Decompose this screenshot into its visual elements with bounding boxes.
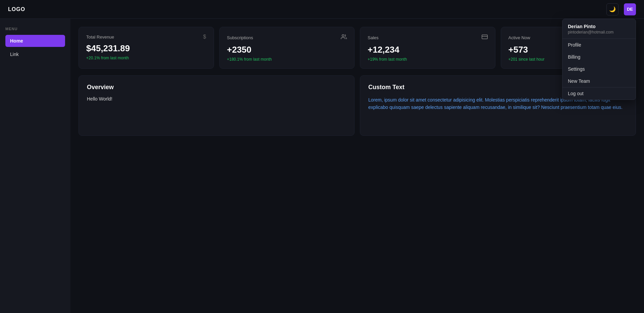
stat-value-sales: +12,234 <box>368 45 488 55</box>
dropdown-item-billing[interactable]: Billing <box>562 51 636 63</box>
moon-icon: 🌙 <box>609 6 616 12</box>
dropdown-logout[interactable]: Log out <box>562 87 636 100</box>
stat-title-subscriptions: Subscriptions <box>227 35 253 40</box>
topbar: LOGO 🌙 DE Derian Pinto pintoderian@hotma… <box>0 0 644 19</box>
overview-panel: Overview Hello World! <box>78 75 355 136</box>
dropdown-username: Derian Pinto <box>568 24 630 29</box>
overview-title: Overview <box>87 84 346 91</box>
content-area: Total Revenue $ $45,231.89 +20.1% from l… <box>70 19 644 313</box>
dropdown-email: pintoderian@hotmail.com <box>568 30 630 35</box>
stat-change-sales: +19% from last month <box>368 57 488 62</box>
sidebar: MENU Home Link <box>0 19 70 313</box>
dropdown-item-new-team[interactable]: New Team <box>562 75 636 87</box>
stat-value-revenue: $45,231.89 <box>86 43 206 54</box>
overview-text: Hello World! <box>87 96 346 102</box>
stat-title-revenue: Total Revenue <box>86 35 114 40</box>
theme-toggle-button[interactable]: 🌙 <box>606 3 619 15</box>
user-dropdown-menu: Derian Pinto pintoderian@hotmail.com Pro… <box>562 19 636 100</box>
bottom-panels: Overview Hello World! Custom Text Lorem,… <box>78 75 636 136</box>
stat-card-subscriptions: Subscriptions +2350 +180.1% from last mo… <box>219 27 355 69</box>
svg-point-0 <box>342 35 344 37</box>
stat-card-total-revenue: Total Revenue $ $45,231.89 +20.1% from l… <box>78 27 214 69</box>
user-avatar-button[interactable]: DE <box>624 3 636 15</box>
sidebar-menu-label: MENU <box>5 27 65 31</box>
sidebar-item-home[interactable]: Home <box>5 35 65 47</box>
dropdown-header: Derian Pinto pintoderian@hotmail.com <box>562 19 636 39</box>
stat-title-sales: Sales <box>368 35 379 40</box>
stat-value-subscriptions: +2350 <box>227 45 347 55</box>
card-icon <box>482 34 488 41</box>
users-icon <box>341 34 347 41</box>
svg-rect-1 <box>482 35 487 39</box>
dropdown-item-profile[interactable]: Profile <box>562 39 636 51</box>
dollar-icon: $ <box>203 34 206 40</box>
main-layout: MENU Home Link Total Revenue $ $45,231.8… <box>0 19 644 313</box>
dropdown-item-settings[interactable]: Settings <box>562 63 636 75</box>
topbar-right: 🌙 DE Derian Pinto pintoderian@hotmail.co… <box>606 3 636 15</box>
stats-row: Total Revenue $ $45,231.89 +20.1% from l… <box>78 27 636 69</box>
stat-card-sales: Sales +12,234 +19% from last month <box>360 27 495 69</box>
stat-change-subscriptions: +180.1% from last month <box>227 57 347 62</box>
stat-change-revenue: +20.1% from last month <box>86 56 206 60</box>
stat-title-active: Active Now <box>508 35 530 40</box>
sidebar-item-link[interactable]: Link <box>5 48 65 60</box>
logo: LOGO <box>8 6 25 12</box>
